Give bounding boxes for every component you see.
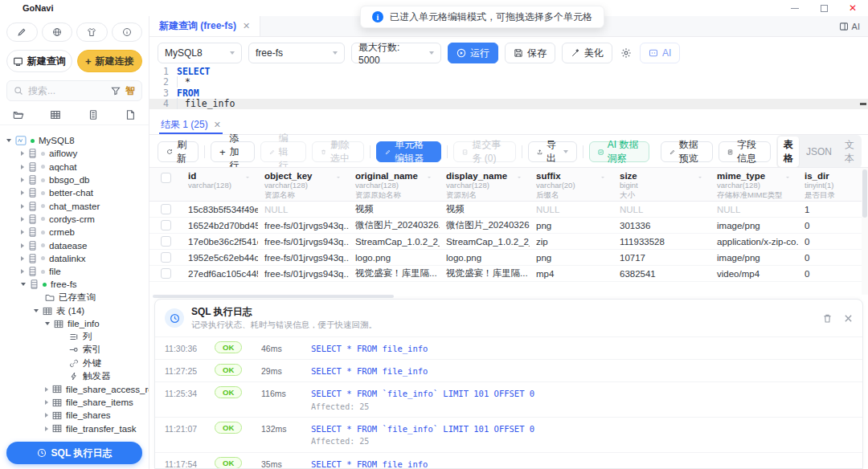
column-header-suffix[interactable]: suffixvarchar(20)后缀名: [530, 168, 613, 201]
log-entry[interactable]: 11:21:07OK132msSELECT * FROM `file_info`…: [155, 417, 862, 452]
tree-item-triggers[interactable]: 触发器: [0, 369, 149, 382]
sort-icon[interactable]: [427, 173, 433, 179]
refresh-button[interactable]: 刷新: [158, 141, 199, 162]
row-checkbox[interactable]: [149, 204, 182, 214]
run-button[interactable]: 运行: [448, 43, 498, 63]
tree-item-file-transfer-task[interactable]: file_transfer_task: [0, 422, 149, 435]
sql-log-button[interactable]: SQL 执行日志: [6, 442, 142, 464]
table-row[interactable]: 1952e5c62eb44ce8...free-fs/01jrvgs943q..…: [149, 250, 868, 266]
beautify-button[interactable]: 美化: [562, 43, 612, 63]
table-row[interactable]: 17e0be36c2f541ce9...free-fs/01jrvgs943q.…: [149, 234, 868, 250]
log-entry[interactable]: 11:25:34OK116msSELECT * FROM `file_info`…: [155, 381, 862, 417]
caret-right-icon[interactable]: [21, 190, 24, 195]
caret-right-icon[interactable]: [21, 165, 24, 169]
list-icon[interactable]: [88, 109, 99, 120]
max-rows-select[interactable]: 最大行数: 5000: [351, 43, 441, 63]
new-connection-button[interactable]: + 新建连接: [77, 50, 143, 72]
maximize-button[interactable]: [815, 2, 833, 14]
pen-button[interactable]: [6, 22, 38, 42]
table-row[interactable]: 16524b2d70bd4527...free-fs/01jrvgs943q..…: [149, 218, 868, 234]
smart-filter-toggle[interactable]: 智: [125, 84, 135, 98]
new-query-button[interactable]: 新建查询: [6, 50, 72, 72]
tree-item-better-chat[interactable]: better-chat: [0, 186, 149, 199]
caret-right-icon[interactable]: [21, 230, 24, 234]
column-header-size[interactable]: sizebigint大小: [613, 168, 710, 201]
document-icon[interactable]: [125, 109, 136, 120]
view-text-option[interactable]: 文本: [839, 137, 860, 167]
tree-item-foreign-keys[interactable]: 外键: [0, 357, 149, 369]
row-checkbox[interactable]: [149, 268, 182, 279]
editor-scrollbar[interactable]: [860, 66, 866, 116]
tab-new-query[interactable]: 新建查询 (free-fs) ✕: [149, 16, 260, 36]
tree-item-chat-master[interactable]: chat_master: [0, 199, 149, 212]
row-checkbox[interactable]: [149, 236, 182, 247]
column-header-mime-type[interactable]: mime_typevarchar(128)存储标准MIME类型: [710, 168, 798, 201]
globe-button[interactable]: [42, 22, 73, 42]
tree-item-columns[interactable]: 列: [0, 330, 149, 343]
caret-right-icon[interactable]: [21, 177, 24, 182]
sort-icon[interactable]: [698, 173, 704, 179]
view-json-option[interactable]: JSON: [800, 145, 837, 159]
sort-icon[interactable]: [600, 173, 607, 179]
table-row[interactable]: 27edf6ac105c44598...free-fs/01jrvgs943q.…: [149, 266, 868, 282]
column-header-display-name[interactable]: display_namevarchar(128)资源别名: [440, 168, 530, 201]
about-button[interactable]: [112, 22, 143, 42]
row-checkbox[interactable]: [149, 252, 182, 263]
caret-right-icon[interactable]: [21, 269, 24, 274]
tree-item-file-share-items[interactable]: file_share_items: [0, 396, 149, 409]
tree-item-file-share-access-record[interactable]: file_share_access_record: [0, 383, 149, 396]
tree-item-dataease[interactable]: dataease: [0, 239, 149, 251]
tree-item-saved-queries[interactable]: 已存查询: [0, 292, 149, 304]
filter-funnel-icon[interactable]: [111, 86, 121, 96]
tree-item-aqchat[interactable]: aqchat: [0, 161, 149, 173]
tree-item-datalinkx[interactable]: datalinkx: [0, 252, 149, 265]
tree-item-file[interactable]: file: [0, 265, 149, 278]
data-preview-button[interactable]: 数据预览: [661, 141, 713, 162]
caret-down-icon[interactable]: [21, 283, 26, 286]
sort-icon[interactable]: [785, 173, 792, 179]
sort-icon[interactable]: [336, 173, 342, 179]
delete-selected-button[interactable]: 删除选中: [312, 141, 364, 162]
vertical-scrollbar[interactable]: [862, 168, 868, 295]
cell-editor-button[interactable]: 单元格编辑器: [376, 141, 441, 162]
ai-insight-button[interactable]: AI 数据洞察: [589, 141, 649, 162]
caret-right-icon[interactable]: [45, 413, 48, 418]
caret-right-icon[interactable]: [21, 204, 24, 209]
search-input[interactable]: 搜索... 智: [6, 80, 142, 101]
view-table-option[interactable]: 表格: [778, 137, 799, 167]
add-row-button[interactable]: + 添加行: [211, 141, 255, 162]
tree-item-file-info[interactable]: file_info: [0, 317, 149, 330]
caret-right-icon[interactable]: [21, 243, 24, 248]
theme-button[interactable]: [76, 22, 108, 42]
select-all-checkbox[interactable]: [149, 168, 182, 201]
log-entry[interactable]: 11:27:25OK29msSELECT * FROM file_info: [155, 359, 862, 381]
caret-right-icon[interactable]: [21, 151, 24, 156]
column-header-is-dir[interactable]: is_dirtinyint(1)是否目录: [798, 168, 854, 201]
tree-item-cordys-crm[interactable]: cordys-crm: [0, 213, 149, 226]
export-button[interactable]: 导出: [528, 141, 577, 162]
caret-down-icon[interactable]: [34, 309, 39, 312]
tree-item-indexes[interactable]: 索引: [0, 344, 149, 357]
settings-button[interactable]: [619, 43, 633, 63]
editor-ai-button[interactable]: AI: [640, 43, 680, 63]
minimize-button[interactable]: [786, 2, 804, 14]
log-entry[interactable]: 11:17:54OK35msSELECT * FROM file_info: [155, 452, 862, 469]
tree-item-free-fs[interactable]: free-fs: [0, 278, 149, 291]
tab-close-icon[interactable]: ✕: [243, 21, 250, 31]
caret-down-icon[interactable]: [6, 139, 11, 142]
field-info-button[interactable]: 字段信息: [719, 141, 771, 162]
caret-right-icon[interactable]: [21, 217, 24, 222]
close-button[interactable]: ✕: [844, 2, 862, 14]
sort-icon[interactable]: [517, 173, 523, 179]
caret-right-icon[interactable]: [45, 387, 48, 392]
commit-button[interactable]: 提交事务 (0): [453, 141, 515, 162]
log-entry[interactable]: 11:30:36OK46msSELECT * FROM file_info: [155, 336, 862, 359]
clear-log-icon[interactable]: [822, 313, 833, 324]
ai-assistant-button[interactable]: AI: [839, 16, 868, 36]
caret-right-icon[interactable]: [45, 426, 48, 431]
result-tab-close-icon[interactable]: ✕: [214, 120, 221, 130]
tree-item-bbsgo-db[interactable]: bbsgo_db: [0, 173, 149, 186]
caret-right-icon[interactable]: [21, 256, 24, 261]
close-log-icon[interactable]: [844, 314, 853, 323]
tree-item-tables-group[interactable]: 表 (14): [0, 304, 149, 317]
